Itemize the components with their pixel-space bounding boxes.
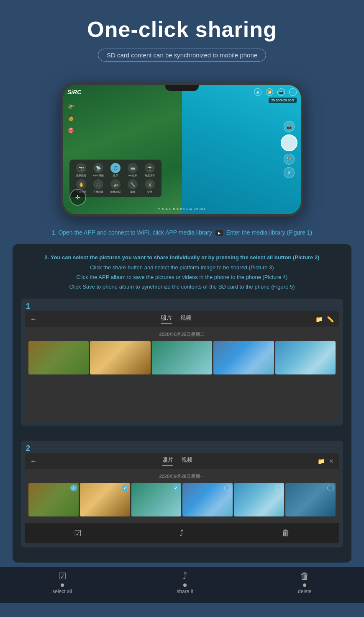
menu-item-2[interactable]: 🎵 音乐: [108, 163, 123, 178]
step1-label: 1. Open the APP and connect to WIFI, cli…: [52, 229, 214, 236]
menu-label-9: 交承: [147, 190, 152, 194]
nav-delete-icon: 🗑: [300, 571, 309, 582]
figure2-check-5: [276, 485, 282, 491]
flag-ctrl-btn[interactable]: 🏁: [284, 154, 295, 165]
figure1-tab-videos[interactable]: 视频: [180, 314, 191, 324]
target-icon: 🎯: [67, 127, 74, 134]
figure2-photo-6[interactable]: [285, 483, 336, 516]
menu-item-3[interactable]: 🥽 VR分屏: [125, 163, 140, 178]
phone-right-controls: 📷 🏁 🎙: [281, 121, 297, 178]
figure1-photo-5: [275, 341, 336, 374]
menu-item-8[interactable]: 🔧 滤镜: [125, 179, 140, 194]
menu-item-1[interactable]: 📡 GPS跟随: [91, 163, 106, 178]
figure2-container: 2 ← 照片 视频 📁 ✕ 2020年9月28日星期一 ✓: [21, 441, 343, 547]
figure2-back-button[interactable]: ←: [30, 457, 37, 465]
figure2-photo-2[interactable]: ✓: [80, 483, 130, 516]
menu-label-0: 摄像跟随: [76, 174, 86, 178]
phone-screen: SiRC 🖨 📶 📷 ··· 29.95G/29.96G 🚁 🧑 🎯: [63, 85, 301, 214]
camera-ctrl-btn[interactable]: 📷: [284, 121, 295, 132]
bottom-nav: ☑ select all ⤴ share it 🗑 delete: [0, 567, 364, 603]
figure2-date: 2020年9月28日星期一: [25, 470, 339, 483]
menu-item-9[interactable]: ✂️ 交承: [142, 179, 157, 194]
sd-badge: 29.95G/29.96G: [269, 98, 297, 103]
action-share[interactable]: ⤴: [179, 528, 184, 538]
menu-item-6[interactable]: 🎥 手势录像: [91, 179, 106, 194]
phone-mockup-container: SiRC 🖨 📶 📷 ··· 29.95G/29.96G 🚁 🧑 🎯: [0, 83, 364, 217]
figure2-check-6: [327, 485, 334, 491]
figure2-action-bar: ☑ ⤴ 🗑: [25, 523, 339, 543]
menu-label-4: 角度调节: [145, 174, 155, 178]
nav-delete-label: delete: [298, 589, 312, 594]
menu-item-0[interactable]: 📷 摄像跟随: [74, 163, 89, 178]
figure1-number: 1: [26, 302, 30, 311]
figure1-photo-3-img: [152, 341, 212, 374]
menu-label-1: GPS跟随: [93, 174, 104, 178]
figure2-number: 2: [26, 444, 30, 453]
nav-share-pin: [183, 583, 187, 587]
figure2-tabs: 照片 视频: [37, 456, 318, 466]
figure2-photo-5[interactable]: [234, 483, 284, 516]
nav-select-all[interactable]: ☑ select all: [52, 571, 72, 594]
phone-compass: ✛: [69, 189, 86, 206]
figure2-photo-grid: ✓ ✓ ✓: [25, 483, 339, 521]
nav-delete[interactable]: 🗑 delete: [298, 571, 312, 594]
nav-select-all-pin: [61, 583, 64, 587]
figure1-photo-5-img: [275, 341, 336, 374]
figure2-album-icon[interactable]: 📁: [318, 458, 325, 465]
figure2-photo-3[interactable]: ✓: [131, 483, 182, 516]
figure1-back-button[interactable]: ←: [30, 315, 37, 323]
figure2-photo-4[interactable]: [182, 483, 233, 516]
menu-label-2: 音乐: [113, 174, 118, 178]
phone-topbar-icons: 🖨 📶 📷 ···: [254, 88, 297, 96]
action-select-all[interactable]: ☑: [74, 528, 82, 538]
mic-ctrl-btn[interactable]: 🎙: [284, 167, 295, 178]
nav-share[interactable]: ⤴ share it: [177, 571, 193, 594]
main-title: One-click sharing: [8, 17, 356, 42]
phone-mockup: SiRC 🖨 📶 📷 ··· 29.95G/29.96G 🚁 🧑 🎯: [61, 83, 303, 217]
figure1-tab-photos[interactable]: 照片: [161, 314, 172, 324]
figure2-tab-photos[interactable]: 照片: [162, 456, 173, 466]
menu-label-6: 手势录像: [93, 190, 103, 194]
menu-icon-3: 🥽: [128, 163, 138, 173]
figure1-photo-1-img: [28, 341, 89, 374]
camera-icon: 📷: [277, 88, 285, 96]
figure1-photo-4-img: [213, 341, 274, 374]
person-icon: 🧑: [67, 114, 74, 121]
figure2-close-icon[interactable]: ✕: [329, 458, 334, 465]
shutter-btn[interactable]: [281, 134, 297, 151]
compass-cross-icon: ✛: [75, 194, 80, 201]
nav-share-icon: ⤴: [182, 571, 187, 582]
share-icon: ⤴: [179, 528, 184, 538]
menu-item-7[interactable]: 🚁 航线规划: [108, 179, 123, 194]
action-delete[interactable]: 🗑: [282, 528, 290, 538]
figure1-photo-3: [152, 341, 212, 374]
menu-item-4[interactable]: 📸 角度调节: [142, 163, 157, 178]
menu-icon-7: 🚁: [110, 179, 120, 189]
instructions: 2. You can select the pictures you want …: [21, 253, 343, 292]
step1-text: 1. Open the APP and connect to WIFI, cli…: [0, 225, 364, 240]
menu-label-7: 航线规划: [110, 190, 120, 194]
drone-icon: 🚁: [67, 102, 74, 108]
wifi-icon: 📶: [266, 88, 273, 96]
delete-icon: 🗑: [282, 528, 290, 538]
figure1-album-icon[interactable]: 📁: [315, 316, 323, 323]
instruction-line-3: Click the APP album to save the pictures…: [21, 272, 343, 282]
dark-panel: 2. You can select the pictures you want …: [13, 244, 351, 563]
figure2-app-screen: ← 照片 视频 📁 ✕ 2020年9月28日星期一 ✓ ✓: [25, 453, 339, 543]
instruction-line-4: Click Save to phone album to synchronize…: [21, 282, 343, 292]
figure1-edit-icon[interactable]: ✏️: [327, 316, 334, 323]
menu-label-3: VR分屏: [128, 174, 137, 178]
figure1-app-screen: ← 照片 视频 📁 ✏️ 2020年8月25日星期二: [25, 311, 339, 421]
play-icon: [215, 230, 223, 236]
menu-icon-1: 📡: [93, 163, 103, 173]
nav-share-label: share it: [177, 589, 193, 594]
figure2-photo-1[interactable]: ✓: [28, 483, 79, 516]
phone-hud: D N/A H N/A DS N/A VS N/A: [158, 208, 205, 211]
figure1-photo-4: [213, 341, 274, 374]
subtitle-badge: SD card content can be synchronized to m…: [98, 49, 266, 62]
nav-delete-pin: [303, 583, 306, 587]
phone-left-icons: 🚁 🧑 🎯: [67, 102, 74, 134]
menu-icon-8: 🔧: [128, 179, 138, 189]
figure2-tab-videos[interactable]: 视频: [182, 456, 192, 466]
nav-select-all-label: select all: [52, 589, 72, 594]
